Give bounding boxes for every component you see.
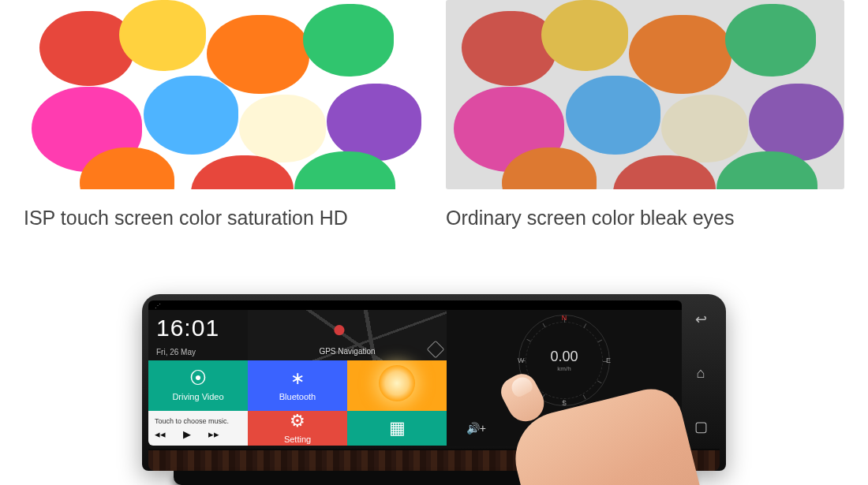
music-tile[interactable]: Touch to choose music. ◂◂ ▶ ▸▸ (148, 411, 248, 446)
comparison-row: ISP touch screen color saturation HD Ord… (0, 0, 868, 229)
driving-video-label: Driving Video (172, 392, 223, 401)
next-icon[interactable]: ▸▸ (208, 428, 219, 440)
settings-label: Setting (284, 435, 311, 444)
compare-right: Ordinary screen color bleak eyes (446, 0, 844, 229)
device-bezel: ⋰ 16:01 Fri, 26 May GPS Navigation ⦿ Dri… (142, 294, 726, 471)
compass-unit: km/h (557, 365, 571, 372)
touchscreen[interactable]: ⋰ 16:01 Fri, 26 May GPS Navigation ⦿ Dri… (148, 300, 682, 446)
gps-label: GPS Navigation (319, 347, 375, 356)
play-icon[interactable]: ▶ (183, 428, 191, 440)
clock-time: 16:01 (156, 315, 219, 341)
compass-speed: 0.00 (550, 349, 578, 365)
camera-icon: ⦿ (189, 370, 207, 387)
isp-sample-image (24, 0, 422, 189)
gear-icon: ⚙ (290, 412, 305, 430)
car-icon[interactable]: 🚗 (587, 422, 600, 435)
compass-tile[interactable]: N S E W 0.00 km/h (447, 310, 682, 411)
device-stand (174, 471, 694, 485)
apps-tile[interactable]: ▦ (347, 411, 447, 446)
status-bar: ⋰ (148, 300, 682, 310)
wifi-icon: ⋰ (155, 302, 161, 309)
bluetooth-label: Bluetooth (279, 392, 316, 401)
nav-bar: ↩ ⌂ ▢ (682, 300, 720, 446)
volume-up-icon[interactable]: 🔊+ (466, 422, 486, 435)
isp-caption: ISP touch screen color saturation HD (24, 207, 422, 229)
bluetooth-tile[interactable]: ∗ Bluetooth (248, 360, 347, 411)
settings-tile[interactable]: ⚙ Setting (248, 411, 347, 446)
clock-tile[interactable]: 16:01 Fri, 26 May (148, 310, 248, 360)
compare-left: ISP touch screen color saturation HD (24, 0, 422, 229)
apps-grid-icon: ▦ (389, 420, 406, 437)
driving-video-tile[interactable]: ⦿ Driving Video (148, 360, 248, 411)
bluetooth-icon: ∗ (290, 370, 305, 387)
music-controls: ◂◂ ▶ ▸▸ (155, 428, 219, 440)
music-hint: Touch to choose music. (155, 417, 229, 425)
prev-icon[interactable]: ◂◂ (155, 428, 166, 440)
brightness-icon[interactable]: ☀ (647, 422, 657, 435)
dashboard-trim (148, 449, 720, 471)
home-grid: 16:01 Fri, 26 May GPS Navigation ⦿ Drivi… (148, 310, 682, 446)
dashcam-device: ⋰ 16:01 Fri, 26 May GPS Navigation ⦿ Dri… (142, 294, 726, 485)
home-button[interactable]: ⌂ (690, 362, 712, 384)
gps-tile[interactable]: GPS Navigation (248, 310, 447, 360)
quick-bar: 🔊+ 🔊- 🚗 ☀ (447, 411, 682, 446)
ordinary-sample-image (446, 0, 844, 189)
fm-tile[interactable] (347, 360, 447, 411)
back-button[interactable]: ↩ (690, 308, 712, 330)
recent-button[interactable]: ▢ (690, 416, 712, 438)
volume-down-icon[interactable]: 🔊- (526, 422, 544, 435)
clock-date: Fri, 26 May (156, 348, 196, 356)
ordinary-caption: Ordinary screen color bleak eyes (446, 207, 844, 229)
compass-dial: N S E W 0.00 km/h (518, 315, 610, 406)
